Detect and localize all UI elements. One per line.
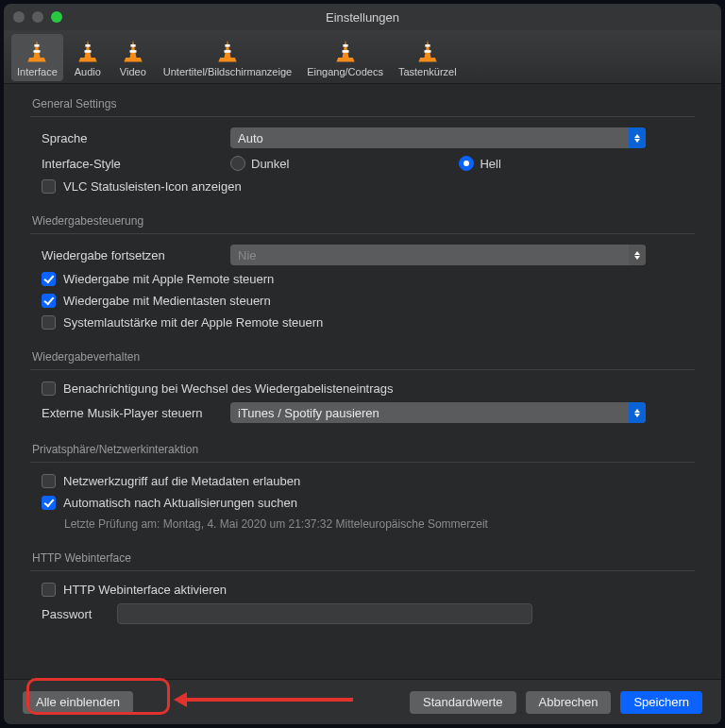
section-title-http: HTTP Webinterface — [30, 551, 695, 565]
ext-player-select[interactable]: iTunes / Spotify pausieren — [230, 402, 646, 423]
svg-rect-22 — [424, 50, 430, 53]
vlc-cone-icon — [24, 38, 50, 64]
checkbox-apple-remote[interactable] — [42, 272, 56, 286]
section-title-playback-ctrl: Wiedergabesteuerung — [30, 214, 695, 228]
tab-interface[interactable]: Interface — [11, 34, 63, 81]
style-label: Interface-Style — [42, 157, 230, 171]
tab-audio[interactable]: Audio — [67, 34, 109, 81]
svg-rect-6 — [84, 50, 91, 53]
section-playback-behavior: Wiedergabeverhalten Benachrichtigung bei… — [30, 350, 695, 437]
vlc-cone-icon — [75, 38, 101, 64]
svg-rect-18 — [342, 50, 348, 53]
system-volume-label: Systemlautstärke mit der Apple Remote st… — [63, 315, 323, 330]
chevron-updown-icon — [629, 127, 646, 148]
svg-marker-4 — [84, 41, 91, 58]
section-playback-control: Wiedergabesteuerung Wiedergabe fortsetze… — [30, 214, 695, 345]
password-input[interactable] — [117, 603, 532, 624]
radio-icon — [459, 156, 474, 171]
svg-marker-7 — [78, 58, 96, 61]
svg-marker-0 — [34, 41, 41, 58]
resume-label: Wiedergabe fortsetzen — [42, 248, 230, 262]
section-title-general: General Settings — [30, 97, 695, 110]
media-keys-label: Wiedergabe mit Medientasten steuern — [63, 294, 271, 308]
notify-track-label: Benachrichtigung bei Wechsel des Wiederg… — [63, 381, 394, 396]
checkbox-metadata-net[interactable] — [42, 474, 56, 488]
svg-marker-8 — [129, 41, 136, 58]
titlebar: Einstellungen — [4, 4, 721, 30]
svg-marker-23 — [418, 58, 436, 61]
svg-rect-2 — [34, 50, 41, 53]
section-general: General Settings Sprache Auto Interface-… — [30, 97, 695, 209]
tab-subtitles[interactable]: Untertitel/Bildschirmanzeige — [158, 34, 297, 81]
section-title-privacy: Privatsphäre/Netzwerkinteraktion — [30, 443, 695, 456]
show-all-button[interactable]: Alle einblenden — [23, 691, 133, 714]
section-title-playback-beh: Wiedergabeverhalten — [30, 350, 695, 364]
checkbox-status-icon[interactable] — [42, 179, 56, 194]
radio-light[interactable]: Hell — [459, 156, 500, 171]
svg-rect-21 — [425, 44, 430, 47]
svg-marker-16 — [342, 41, 348, 58]
last-check-text: Letzte Prüfung am: Montag, 4. Mai 2020 u… — [42, 514, 695, 534]
ext-player-label: Externe Musik-Player steuern — [42, 406, 230, 420]
preferences-window: Einstellungen Interface Audio Video Unte… — [4, 4, 721, 724]
svg-marker-11 — [124, 58, 142, 61]
language-select[interactable]: Auto — [230, 127, 646, 148]
svg-rect-5 — [85, 44, 90, 47]
metadata-net-label: Netzwerkzugriff auf die Metadaten erlaub… — [63, 474, 300, 488]
svg-marker-15 — [218, 58, 236, 61]
save-button[interactable]: Speichern — [620, 691, 702, 714]
svg-rect-13 — [225, 44, 229, 47]
vlc-cone-icon — [120, 38, 146, 64]
radio-icon — [230, 156, 245, 171]
password-label: Passwort — [42, 607, 117, 621]
svg-rect-10 — [129, 50, 136, 53]
defaults-button[interactable]: Standardwerte — [410, 691, 516, 714]
chevron-updown-icon — [629, 402, 646, 423]
language-label: Sprache — [42, 131, 230, 145]
tab-video[interactable]: Video — [112, 34, 154, 81]
checkbox-notify-track[interactable] — [42, 381, 56, 396]
vlc-cone-icon — [332, 38, 359, 64]
cancel-button[interactable]: Abbrechen — [526, 691, 612, 714]
window-title: Einstellungen — [4, 10, 721, 25]
chevron-updown-icon — [629, 245, 646, 265]
svg-rect-17 — [343, 44, 347, 47]
svg-marker-20 — [424, 41, 430, 58]
status-icon-label: VLC Statusleisten-Icon anzeigen — [63, 179, 242, 194]
svg-marker-12 — [224, 41, 230, 58]
tab-input-codecs[interactable]: Eingang/Codecs — [301, 34, 389, 81]
radio-dark[interactable]: Dunkel — [230, 156, 289, 171]
checkbox-auto-update[interactable] — [42, 496, 56, 510]
svg-marker-19 — [336, 58, 354, 61]
http-enable-label: HTTP Webinterface aktivieren — [63, 583, 227, 597]
svg-rect-1 — [35, 44, 40, 47]
checkbox-http-enable[interactable] — [42, 583, 56, 597]
tab-hotkeys[interactable]: Tastenkürzel — [393, 34, 463, 81]
section-http: HTTP Webinterface HTTP Webinterface akti… — [30, 551, 695, 638]
checkbox-system-volume[interactable] — [42, 315, 56, 330]
section-privacy: Privatsphäre/Netzwerkinteraktion Netzwer… — [30, 443, 695, 546]
svg-rect-9 — [130, 44, 135, 47]
svg-rect-14 — [224, 50, 230, 53]
toolbar: Interface Audio Video Untertitel/Bildsch… — [4, 30, 721, 84]
content-area: General Settings Sprache Auto Interface-… — [4, 84, 721, 724]
auto-update-label: Automatisch nach Aktualisierungen suchen — [63, 496, 297, 510]
vlc-cone-icon — [414, 38, 441, 64]
footer: Alle einblenden Standardwerte Abbrechen … — [4, 679, 721, 724]
checkbox-media-keys[interactable] — [42, 294, 56, 308]
vlc-cone-icon — [214, 38, 241, 64]
resume-select[interactable]: Nie — [230, 245, 646, 265]
apple-remote-label: Wiedergabe mit Apple Remote steuern — [63, 272, 274, 286]
svg-marker-3 — [28, 58, 46, 61]
